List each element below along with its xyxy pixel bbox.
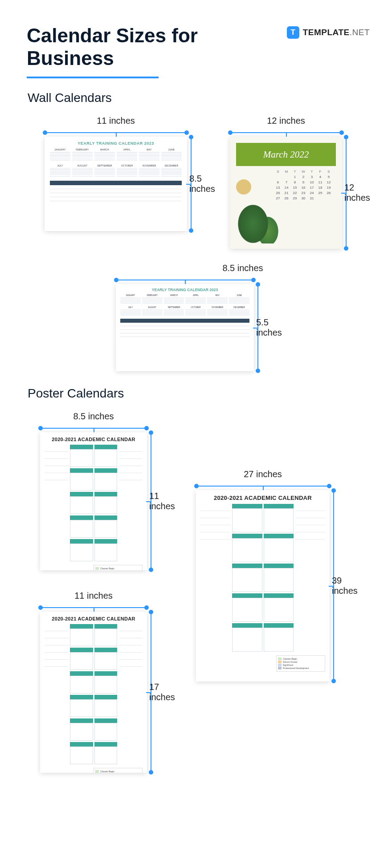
dim-height: 5.5 inches bbox=[256, 317, 290, 338]
wall-calendar-thumb-2: March 2022 SMTWTFS 123456789101112131415… bbox=[230, 137, 342, 249]
poster-thumb-1: 2020-2021 ACADEMIC CALENDAR Classes Begi… bbox=[40, 432, 147, 570]
leaf-illustration bbox=[233, 195, 282, 243]
page-title: Calendar Sizes for Business bbox=[27, 24, 214, 69]
brand-logo: T TEMPLATE.NET bbox=[287, 26, 370, 39]
bracket-top bbox=[40, 424, 147, 432]
figure-wall-2: 12 inches March 2022 SMTWTFS 12345678910… bbox=[230, 116, 342, 249]
dim-height: 39 inches bbox=[332, 576, 365, 596]
months-top-row: JANUARYFEBRUARYMARCHAPRILMAYJUNE bbox=[50, 148, 182, 161]
title-underline bbox=[27, 77, 159, 78]
legend: Classes BeginSchool ClosedSignificantPro… bbox=[276, 655, 325, 672]
dim-width: 12 inches bbox=[230, 116, 342, 126]
figure-wall-3: 8.5 inches YEARLY TRAINING CALENDAR 2023… bbox=[116, 263, 370, 371]
figure-poster-3: 27 inches 2020-2021 ACADEMIC CALENDAR Cl… bbox=[196, 469, 330, 681]
dim-height: 17 inches bbox=[149, 682, 183, 702]
poster-thumb-2: 2020-2021 ACADEMIC CALENDAR Classes Begi… bbox=[40, 612, 147, 773]
dim-height: 12 inches bbox=[344, 183, 378, 203]
dim-width: 8.5 inches bbox=[40, 411, 147, 422]
figure-poster-2: 11 inches 2020-2021 ACADEMIC CALENDAR Cl… bbox=[40, 591, 147, 773]
bracket-top bbox=[45, 129, 187, 137]
month-band: March 2022 bbox=[236, 143, 336, 166]
legend: Classes BeginSchool ClosedSignificantPro… bbox=[94, 768, 143, 773]
wall-calendar-thumb-3: YEARLY TRAINING CALENDAR 2023 JANUARYFEB… bbox=[116, 284, 254, 371]
dim-width: 8.5 inches bbox=[116, 263, 370, 273]
dim-width: 11 inches bbox=[45, 116, 187, 126]
bracket-top bbox=[230, 129, 342, 137]
dim-height: 8.5 inches bbox=[189, 174, 223, 194]
dim-width: 11 inches bbox=[40, 591, 147, 601]
legend: Classes BeginSchool ClosedSignificantPro… bbox=[94, 565, 143, 570]
bracket-top bbox=[116, 276, 254, 284]
poster-thumb-3: 2020-2021 ACADEMIC CALENDAR Classes Begi… bbox=[196, 490, 330, 681]
bracket-top bbox=[40, 604, 147, 612]
months-bot-row: JULYAUGUSTSEPTEMBEROCTOBERNOVEMBERDECEMB… bbox=[50, 164, 182, 177]
figure-poster-1: 8.5 inches 2020-2021 ACADEMIC CALENDAR C… bbox=[40, 411, 147, 570]
bracket-top bbox=[196, 482, 330, 490]
wall-calendar-thumb-1: YEARLY TRAINING CALENDAR 2023 JANUARYFEB… bbox=[45, 137, 187, 231]
brand-icon: T bbox=[287, 26, 299, 39]
dim-width: 27 inches bbox=[196, 469, 330, 479]
brand-text: TEMPLATE.NET bbox=[303, 28, 370, 37]
dim-height: 11 inches bbox=[149, 491, 183, 511]
section-poster-title: Poster Calendars bbox=[28, 386, 370, 401]
figure-wall-1: 11 inches YEARLY TRAINING CALENDAR 2023 … bbox=[45, 116, 187, 249]
section-wall-title: Wall Calendars bbox=[28, 91, 370, 105]
